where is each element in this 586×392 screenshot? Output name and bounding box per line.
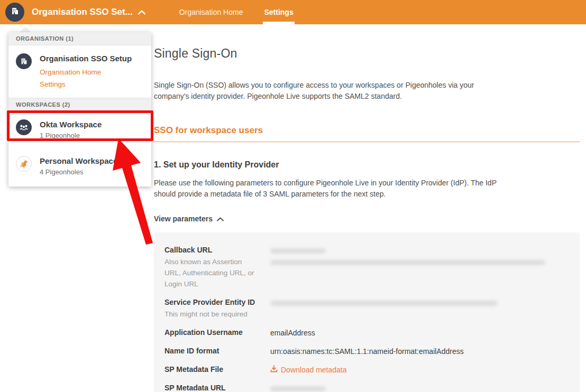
download-icon xyxy=(270,365,281,375)
param-row-sp-metadata-file: SP Metadata File Download metadata xyxy=(164,365,580,375)
view-parameters-label: View parameters xyxy=(154,214,213,223)
redacted-value xyxy=(270,248,326,254)
organisation-switcher-dropdown: ORGANISATION (1) Organisation SSO Setup … xyxy=(8,32,151,186)
group-icon xyxy=(16,119,32,135)
param-row-name-id-format: Name ID format urn:oasis:names:tc:SAML:1… xyxy=(164,346,580,357)
workspace-subtitle: 4 Pigeonholes xyxy=(40,168,117,176)
download-metadata-link[interactable]: Download metadata xyxy=(270,365,347,375)
param-value: urn:oasis:names:tc:SAML:1.1:nameid-forma… xyxy=(270,346,580,357)
building-icon xyxy=(10,6,20,18)
header-tabs: Organisation Home Settings xyxy=(178,0,314,24)
param-row-callback-url: Callback URL Also known as Assertion URL… xyxy=(164,245,580,290)
dropdown-item-okta-workspace[interactable]: Okta Workspace 1 Pigeonhole xyxy=(8,111,151,147)
param-sublabel: Also known as Assertion URL, Authenticat… xyxy=(164,256,260,290)
dropdown-org-title: Organisation SSO Setup xyxy=(40,53,132,64)
dropdown-item-organisation-sso-setup[interactable]: Organisation SSO Setup Organisation Home… xyxy=(8,45,151,98)
param-label: Callback URL xyxy=(164,245,262,255)
page-title: Single Sign-On xyxy=(154,46,580,61)
organisation-switcher-title[interactable]: Organisation SSO Set... xyxy=(32,7,133,17)
section-divider xyxy=(154,142,580,142)
chevron-up-icon xyxy=(213,214,224,223)
view-parameters-toggle[interactable]: View parameters xyxy=(154,214,224,223)
param-label: SP Metadata File xyxy=(164,365,262,375)
param-row-application-username: Application Username emailAddress xyxy=(164,328,580,338)
top-navigation-bar: Organisation SSO Set... Organisation Hom… xyxy=(0,0,586,24)
parameters-panel: Callback URL Also known as Assertion URL… xyxy=(154,232,580,392)
param-sublabel: This might not be required xyxy=(164,309,260,320)
tab-settings[interactable]: Settings xyxy=(263,0,294,24)
chevron-up-icon[interactable] xyxy=(138,10,145,15)
building-icon xyxy=(16,53,32,69)
section-heading-sso-workspace-users: SSO for workspace users xyxy=(154,125,580,136)
param-row-sp-entity-id: Service Provider Entity ID This might no… xyxy=(164,297,580,320)
redacted-value xyxy=(270,301,498,306)
param-value: emailAddress xyxy=(270,328,580,338)
redacted-value xyxy=(270,386,326,391)
main-content: Single Sign-On Single Sign-On (SSO) allo… xyxy=(154,24,580,392)
intro-text: Single Sign-On (SSO) allows you to confi… xyxy=(154,80,509,102)
step-heading-identity-provider: 1. Set up your Identity Provider xyxy=(154,160,580,170)
workspace-subtitle: 1 Pigeonhole xyxy=(40,132,102,139)
organisation-avatar[interactable] xyxy=(5,3,24,22)
dropdown-item-personal-workspace[interactable]: Personal Workspace 4 Pigeonholes xyxy=(8,147,151,186)
dropdown-link-settings[interactable]: Settings xyxy=(40,80,132,88)
dropdown-section-organisation: ORGANISATION (1) xyxy=(8,32,151,45)
dropdown-link-organisation-home[interactable]: Organisation Home xyxy=(40,68,132,76)
param-label: Name ID format xyxy=(164,346,262,356)
pigeon-icon xyxy=(16,156,32,172)
download-link-label: Download metadata xyxy=(281,365,347,375)
param-row-sp-metadata-url: SP Metadata URL xyxy=(164,383,580,392)
tab-organisation-home[interactable]: Organisation Home xyxy=(178,0,244,24)
param-label: Application Username xyxy=(164,328,262,338)
param-label: Service Provider Entity ID xyxy=(164,297,262,307)
step-description: Please use the following parameters to c… xyxy=(154,178,500,200)
workspace-title: Personal Workspace xyxy=(40,156,117,166)
param-label: SP Metadata URL xyxy=(164,383,262,392)
redacted-value xyxy=(270,260,545,265)
dropdown-section-workspaces: WORKSPACES (2) xyxy=(8,98,151,111)
workspace-title: Okta Workspace xyxy=(40,119,102,130)
